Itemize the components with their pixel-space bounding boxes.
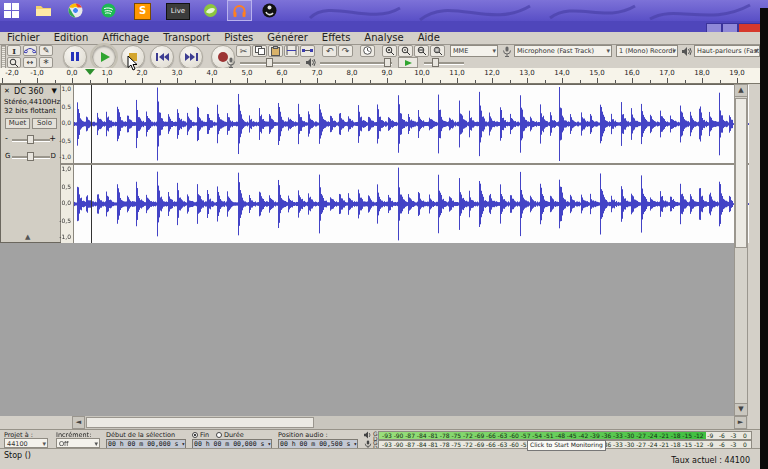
- playback-volume-slider[interactable]: [320, 57, 392, 67]
- length-radio[interactable]: [216, 432, 222, 438]
- menu-transport[interactable]: Transport: [156, 32, 217, 44]
- menu-pistes[interactable]: Pistes: [217, 32, 260, 44]
- menu-affichage[interactable]: Affichage: [95, 32, 156, 44]
- menu-fichier[interactable]: Fichier: [0, 32, 47, 44]
- zoom-out-button[interactable]: [398, 45, 413, 57]
- playback-meter-bar[interactable]: -93-90-87-84-81-78-75-72-69-66-63-60-57-…: [378, 431, 752, 440]
- spotify-icon[interactable]: [101, 3, 116, 18]
- selection-tool-button[interactable]: I: [7, 45, 21, 56]
- multi-tool-button[interactable]: *: [39, 57, 53, 68]
- mute-button[interactable]: Muet: [5, 118, 30, 129]
- silence-audio-button[interactable]: [300, 45, 315, 57]
- copy-button[interactable]: [252, 45, 267, 57]
- timeline-ruler[interactable]: -2,0-1,00,01,02,03,04,05,06,07,08,09,010…: [0, 68, 760, 84]
- track-area: ✕ DC 360 ▼ Stéréo,44100Hz 32 bits flotta…: [0, 84, 748, 416]
- amplitude-label: 0,0: [61, 120, 71, 126]
- audio-host-select[interactable]: MME▾: [450, 45, 498, 57]
- play-at-speed-button[interactable]: [398, 57, 418, 68]
- recording-device-select[interactable]: Microphone (Fast Track)▾: [514, 45, 612, 57]
- meter-scale-number: -78: [440, 433, 450, 439]
- collapse-track-icon[interactable]: ▲: [25, 233, 30, 241]
- sublime-text-icon[interactable]: S: [134, 3, 151, 20]
- menu-générer[interactable]: Générer: [260, 32, 315, 44]
- zoom-in-button[interactable]: [382, 45, 397, 57]
- chevron-down-icon: ▾: [42, 439, 46, 448]
- playback-meter[interactable]: G D -93-90-87-84-81-78-75-72-69-66-63-60…: [364, 431, 748, 440]
- timeline-label: -1,0: [30, 69, 44, 77]
- project-rate-select[interactable]: 44100▾: [4, 438, 48, 448]
- sync-lock-button[interactable]: [360, 45, 375, 57]
- ableton-live-icon[interactable]: Live: [166, 3, 190, 20]
- gain-slider[interactable]: [12, 134, 50, 144]
- meter-scale-number: -15: [682, 433, 692, 439]
- menu-effets[interactable]: Effets: [315, 32, 358, 44]
- play-button[interactable]: [92, 45, 116, 69]
- skip-to-start-button[interactable]: [150, 45, 174, 69]
- fit-project-button[interactable]: [430, 45, 445, 57]
- menu-edition[interactable]: Edition: [47, 32, 96, 44]
- draw-tool-button[interactable]: ✎: [39, 45, 53, 56]
- waveform-right-channel[interactable]: [74, 165, 749, 243]
- scroll-up-button[interactable]: ▲: [734, 84, 748, 97]
- file-explorer-icon[interactable]: [36, 3, 51, 18]
- windows-start-icon[interactable]: [4, 3, 19, 18]
- windows-taskbar: S Live: [0, 0, 768, 21]
- track-format-line2: 32 bits flottant: [4, 107, 56, 115]
- paste-button[interactable]: [268, 45, 283, 57]
- vertical-ruler-right-channel[interactable]: 1,00,50,0-0,5-1,0: [61, 165, 74, 243]
- playhead-marker[interactable]: [85, 69, 95, 75]
- timeline-major-tick: [72, 78, 73, 83]
- vertical-scroll-thumb[interactable]: [735, 98, 747, 248]
- waveform-left-channel[interactable]: [74, 85, 749, 163]
- track-name[interactable]: DC 360: [14, 87, 44, 96]
- playback-device-select[interactable]: Haut-parleurs (Fast Track)▾: [694, 45, 760, 57]
- toolbar-grabber[interactable]: [1, 45, 6, 70]
- track-menu-chevron-icon[interactable]: ▼: [52, 87, 57, 95]
- recording-channels-select[interactable]: 1 (Mono) Recordi▾: [616, 45, 678, 57]
- sketchup-icon[interactable]: [203, 3, 218, 18]
- envelope-tool-button[interactable]: [23, 45, 37, 56]
- scroll-down-button[interactable]: ▼: [734, 403, 748, 416]
- horizontal-scroll-thumb[interactable]: [86, 417, 314, 428]
- vertical-ruler-left-channel[interactable]: 1,00,50,0-0,5-1,0: [61, 85, 74, 163]
- pan-left-label: G: [5, 152, 10, 160]
- meter-scale-number: -21: [659, 433, 669, 439]
- audacity-headphones-icon[interactable]: [232, 3, 247, 18]
- zoom-tool-button[interactable]: [7, 57, 21, 68]
- scroll-left-button[interactable]: ◄: [72, 416, 85, 429]
- meter-scale-number: -24: [648, 433, 658, 439]
- chrome-icon[interactable]: [68, 3, 83, 18]
- snap-to-select[interactable]: Off▾: [56, 438, 100, 448]
- redo-button[interactable]: ↷: [338, 45, 353, 57]
- window-titlebar[interactable]: [0, 21, 768, 32]
- timeline-major-tick: [37, 78, 38, 83]
- playback-speed-slider[interactable]: [424, 57, 464, 67]
- meter-scale-number: -36: [602, 433, 612, 439]
- timeline-label: 15,0: [589, 69, 605, 77]
- scroll-right-button[interactable]: ►: [734, 416, 747, 429]
- recording-volume-slider[interactable]: [240, 57, 300, 67]
- timeline-label: 0,0: [66, 69, 77, 77]
- end-radio[interactable]: [192, 432, 198, 438]
- pan-slider[interactable]: [12, 151, 50, 161]
- snap-to-value: Off: [59, 440, 69, 448]
- track-close-icon[interactable]: ✕: [4, 87, 10, 95]
- trim-audio-button[interactable]: [284, 45, 299, 57]
- amplitude-label: 1,0: [61, 166, 71, 172]
- pause-button[interactable]: [63, 45, 87, 69]
- meter-scale-number: -9: [707, 433, 713, 439]
- meter-scale-number: -87: [405, 433, 415, 439]
- menu-analyse[interactable]: Analyse: [357, 32, 410, 44]
- undo-button[interactable]: ↶: [322, 45, 337, 57]
- skip-to-end-button[interactable]: [179, 45, 203, 69]
- horizontal-scrollbar[interactable]: ◄ ►: [0, 416, 748, 429]
- meter-scale-number: -33: [613, 433, 623, 439]
- cut-button[interactable]: ✂: [236, 45, 251, 57]
- timeshift-tool-button[interactable]: ↔: [23, 57, 37, 68]
- fit-selection-button[interactable]: [414, 45, 429, 57]
- obs-icon[interactable]: [262, 3, 277, 18]
- timeline-major-tick: [2, 78, 3, 83]
- menu-aide[interactable]: Aide: [411, 32, 447, 44]
- monitoring-tooltip[interactable]: Click to Start Monitoring: [527, 440, 606, 451]
- solo-button[interactable]: Solo: [32, 118, 57, 129]
